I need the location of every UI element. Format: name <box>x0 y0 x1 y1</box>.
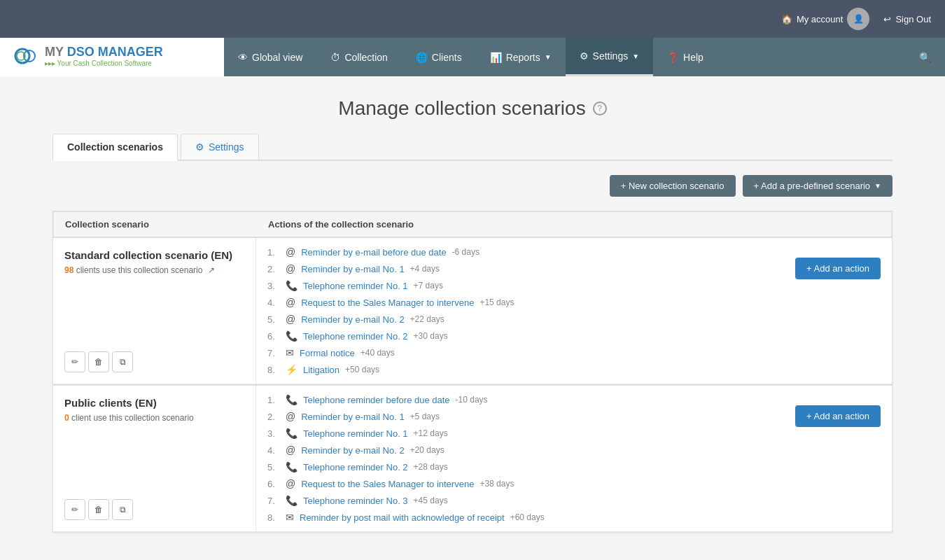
action-link[interactable]: Telephone reminder before due date <box>303 395 450 405</box>
search-icon: 🔍 <box>919 52 931 63</box>
action-item: 2. @ Reminder by e-mail No. 1 +4 days <box>267 260 514 277</box>
action-link[interactable]: Telephone reminder No. 1 <box>303 428 408 439</box>
help-icon: ❓ <box>667 52 679 63</box>
action-item: 6. @ Request to the Sales Manager to int… <box>267 475 545 492</box>
copy-button-standard[interactable]: ⧉ <box>112 351 133 372</box>
action-link[interactable]: Formal notice <box>300 348 355 358</box>
action-item: 7. 📞 Telephone reminder No. 3 +45 days <box>267 492 545 509</box>
action-link[interactable]: Reminder by e-mail No. 2 <box>301 445 404 456</box>
scenario-actions-standard: 1. @ Reminder by e-mail before due date … <box>256 238 892 384</box>
action-link[interactable]: Reminder by post mail with acknowledge o… <box>300 512 505 523</box>
scenario-action-buttons-public: ✏ 🗑 ⧉ <box>64 499 244 520</box>
phone-icon: 📞 <box>286 461 298 472</box>
email-icon: @ <box>286 444 295 456</box>
home-icon: 🏠 <box>781 14 792 24</box>
phone-icon: 📞 <box>286 394 298 405</box>
phone-icon: 📞 <box>286 495 298 506</box>
add-action-container-standard: + Add an action <box>795 244 881 279</box>
reports-icon: 📊 <box>490 52 502 63</box>
scenario-info-standard: Standard collection scenario (EN) 98 cli… <box>53 238 256 384</box>
phone-icon: 📞 <box>286 330 298 342</box>
nav-clients[interactable]: 🌐 Clients <box>402 38 476 76</box>
scenarios-table: Collection scenario Actions of the colle… <box>52 211 892 533</box>
action-item: 5. 📞 Telephone reminder No. 2 +28 days <box>267 458 545 475</box>
action-item: 2. @ Reminder by e-mail No. 1 +5 days <box>267 408 545 425</box>
tab-settings[interactable]: ⚙ Settings <box>181 134 259 160</box>
action-link[interactable]: Request to the Sales Manager to interven… <box>301 479 474 489</box>
predefined-dropdown-icon: ▼ <box>874 182 881 190</box>
scenario-row-public: Public clients (EN) 0 client use this co… <box>53 384 892 532</box>
scenario-clients-standard: 98 clients use this collection scenario … <box>64 265 244 275</box>
table-header: Collection scenario Actions of the colle… <box>53 211 892 238</box>
scenario-actions-public: 1. 📞 Telephone reminder before due date … <box>256 386 892 531</box>
topbar: 🏠 My account 👤 ↩ Sign Out <box>0 0 945 38</box>
action-link[interactable]: Reminder by e-mail No. 2 <box>301 314 404 325</box>
avatar: 👤 <box>847 8 869 30</box>
tab-collection-scenarios[interactable]: Collection scenarios <box>52 134 178 161</box>
main-content: Manage collection scenarios ? Collection… <box>38 76 906 554</box>
action-link[interactable]: Litigation <box>303 365 340 375</box>
help-tooltip-icon[interactable]: ? <box>593 102 607 115</box>
external-link-icon-standard: ↗ <box>208 265 215 275</box>
action-link[interactable]: Reminder by e-mail before due date <box>301 247 446 258</box>
my-account-link[interactable]: 🏠 My account 👤 <box>781 8 869 30</box>
scenario-clients-public: 0 client use this collection scenario <box>64 413 244 423</box>
scenario-row-standard: Standard collection scenario (EN) 98 cli… <box>53 238 892 384</box>
nav-help[interactable]: ❓ Help <box>653 38 718 76</box>
email-icon: @ <box>286 246 295 258</box>
email-icon: @ <box>286 263 295 274</box>
logo-icon <box>14 43 42 69</box>
add-action-button-public[interactable]: + Add an action <box>795 405 881 427</box>
action-link[interactable]: Request to the Sales Manager to interven… <box>301 298 474 308</box>
email-icon: @ <box>286 411 295 422</box>
sign-out-label: Sign Out <box>895 14 931 24</box>
delete-button-standard[interactable]: 🗑 <box>88 351 109 372</box>
signout-icon: ↩ <box>883 14 891 24</box>
logo-area: MY DSO MANAGER ▸▸▸ Your Cash Collection … <box>0 38 224 76</box>
navbar: 👁 Global view ⏱ Collection 🌐 Clients 📊 R… <box>224 38 945 76</box>
action-item: 3. 📞 Telephone reminder No. 1 +12 days <box>267 425 545 442</box>
add-action-button-standard[interactable]: + Add an action <box>795 258 881 279</box>
phone-icon: 📞 <box>286 280 298 291</box>
edit-button-public[interactable]: ✏ <box>64 499 85 520</box>
scenario-action-buttons-standard: ✏ 🗑 ⧉ <box>64 351 244 372</box>
tabs: Collection scenarios ⚙ Settings <box>52 134 892 161</box>
email-icon: @ <box>286 314 295 325</box>
logo: MY DSO MANAGER ▸▸▸ Your Cash Collection … <box>14 43 163 71</box>
global-view-icon: 👁 <box>238 52 248 63</box>
new-collection-scenario-button[interactable]: + New collection scenario <box>610 175 736 197</box>
nav-reports[interactable]: 📊 Reports ▼ <box>476 38 566 76</box>
action-item: 1. @ Reminder by e-mail before due date … <box>267 244 514 260</box>
scenario-info-public: Public clients (EN) 0 client use this co… <box>53 386 256 531</box>
action-item: 7. ✉ Formal notice +40 days <box>267 344 514 361</box>
letter-icon: ✉ <box>286 512 294 523</box>
nav-collection[interactable]: ⏱ Collection <box>316 38 401 76</box>
email-icon: @ <box>286 297 295 308</box>
action-link[interactable]: Reminder by e-mail No. 1 <box>301 264 404 274</box>
add-action-container-public: + Add an action <box>795 391 881 427</box>
action-item: 5. @ Reminder by e-mail No. 2 +22 days <box>267 311 514 328</box>
email-icon: @ <box>286 478 295 489</box>
nav-search[interactable]: 🔍 <box>905 38 945 76</box>
add-predefined-scenario-button[interactable]: + Add a pre-defined scenario ▼ <box>743 175 893 197</box>
action-link[interactable]: Reminder by e-mail No. 1 <box>301 412 404 422</box>
action-item: 8. ⚡ Litigation +50 days <box>267 361 514 378</box>
action-list-standard: 1. @ Reminder by e-mail before due date … <box>267 244 514 378</box>
action-link[interactable]: Telephone reminder No. 1 <box>303 281 408 291</box>
copy-button-public[interactable]: ⧉ <box>112 499 133 520</box>
edit-button-standard[interactable]: ✏ <box>64 351 85 372</box>
scenario-name-public: Public clients (EN) <box>64 397 244 409</box>
action-link[interactable]: Telephone reminder No. 2 <box>303 331 408 342</box>
action-item: 8. ✉ Reminder by post mail with acknowle… <box>267 509 545 526</box>
nav-global-view[interactable]: 👁 Global view <box>224 38 316 76</box>
action-list-public: 1. 📞 Telephone reminder before due date … <box>267 391 545 526</box>
action-item: 3. 📞 Telephone reminder No. 1 +7 days <box>267 277 514 294</box>
sign-out-link[interactable]: ↩ Sign Out <box>883 14 931 24</box>
action-item: 6. 📞 Telephone reminder No. 2 +30 days <box>267 328 514 344</box>
action-link[interactable]: Telephone reminder No. 2 <box>303 462 408 472</box>
col-actions-header: Actions of the collection scenario <box>257 219 891 230</box>
action-link[interactable]: Telephone reminder No. 3 <box>303 496 408 506</box>
delete-button-public[interactable]: 🗑 <box>88 499 109 520</box>
page-title: Manage collection scenarios ? <box>52 97 892 120</box>
nav-settings[interactable]: ⚙ Settings ▼ <box>566 38 654 76</box>
